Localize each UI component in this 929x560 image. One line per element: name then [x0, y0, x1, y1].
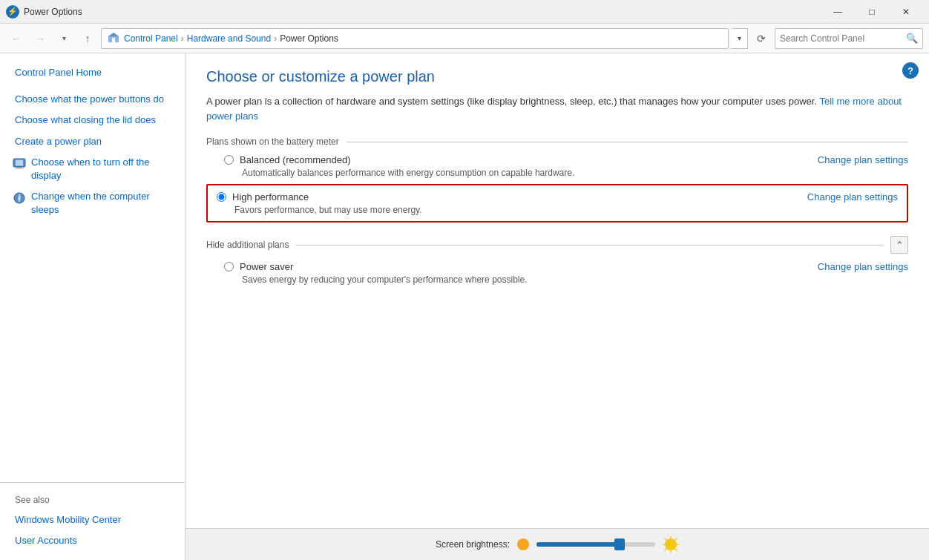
title-bar: ⚡ Power Options — □ ✕: [0, 0, 929, 24]
svg-rect-6: [15, 168, 24, 168]
brightness-bar: Screen brightness:: [186, 529, 929, 560]
power-saver-plan-label[interactable]: Power saver: [224, 261, 293, 272]
brightness-thumb[interactable]: [614, 538, 625, 550]
collapse-button[interactable]: ⌃: [890, 236, 908, 254]
sidebar: Control Panel Home Choose what the power…: [0, 53, 186, 560]
balanced-change-link[interactable]: Change plan settings: [818, 154, 908, 165]
balanced-plan-desc: Automatically balances performance with …: [242, 168, 908, 178]
address-dropdown-btn[interactable]: ▾: [732, 28, 748, 49]
main-container: Control Panel Home Choose what the power…: [0, 53, 929, 560]
balanced-plan-header: Balanced (recommended) Change plan setti…: [224, 154, 908, 165]
sidebar-item-control-panel-home[interactable]: Control Panel Home: [0, 62, 185, 83]
svg-line-15: [665, 549, 667, 551]
sun-small-icon: [517, 538, 529, 550]
content-area: ? Choose or customize a power plan A pow…: [186, 53, 929, 560]
maximize-button[interactable]: □: [855, 0, 889, 24]
sidebar-item-computer-sleeps[interactable]: Change when the computer sleeps: [0, 186, 185, 220]
power-saver-plan-desc: Saves energy by reducing your computer's…: [242, 274, 908, 285]
search-box: 🔍: [775, 28, 923, 49]
back-button[interactable]: ←: [6, 28, 27, 49]
power-saver-plan-header: Power saver Change plan settings: [224, 261, 908, 272]
high-perf-plan-desc: Favors performance, but may use more ene…: [234, 205, 898, 215]
window-controls: — □ ✕: [821, 0, 923, 24]
refresh-icon: ⟳: [757, 33, 766, 45]
power-saver-plan-name: Power saver: [240, 261, 293, 272]
search-icon: 🔍: [906, 33, 918, 44]
high-perf-radio[interactable]: [217, 192, 226, 202]
close-button[interactable]: ✕: [889, 0, 923, 24]
search-button[interactable]: 🔍: [906, 33, 918, 44]
plans-section-line: [347, 142, 908, 142]
svg-marker-1: [108, 33, 119, 36]
svg-line-12: [665, 538, 667, 541]
breadcrumb-hardware-sound[interactable]: Hardware and Sound: [187, 33, 271, 44]
breadcrumb-home-icon: [108, 32, 119, 45]
sidebar-item-user-accounts[interactable]: User Accounts: [0, 530, 185, 551]
forward-button[interactable]: →: [30, 28, 50, 49]
breadcrumb-sep-1: ›: [181, 33, 184, 44]
svg-rect-5: [17, 167, 22, 168]
high-perf-plan-header: High performance Change plan settings: [217, 191, 898, 202]
power-saver-radio[interactable]: [224, 262, 234, 271]
brightness-slider[interactable]: [536, 542, 655, 547]
balanced-plan-label[interactable]: Balanced (recommended): [224, 154, 351, 165]
power-saver-change-link[interactable]: Change plan settings: [818, 261, 908, 272]
dropdown-button[interactable]: ▾: [53, 28, 74, 49]
additional-section-header: Hide additional plans ⌃: [206, 236, 908, 254]
sidebar-item-power-buttons[interactable]: Choose what the power buttons do: [0, 89, 185, 110]
svg-line-14: [675, 538, 677, 541]
additional-section-line: [296, 245, 883, 246]
sidebar-item-windows-mobility[interactable]: Windows Mobility Center: [0, 510, 185, 530]
page-title: Choose or customize a power plan: [206, 68, 908, 85]
power-saver-plan-row: Power saver Change plan settings Saves e…: [224, 261, 908, 285]
up-button[interactable]: ↑: [77, 28, 98, 49]
svg-rect-2: [112, 38, 115, 42]
high-perf-plan-label[interactable]: High performance: [217, 191, 309, 202]
display-icon: [12, 157, 27, 171]
sun-large-icon: [663, 536, 679, 553]
app-icon: ⚡: [6, 5, 19, 19]
high-performance-plan-box: High performance Change plan settings Fa…: [206, 184, 908, 223]
sleep-icon: [12, 191, 27, 205]
svg-rect-4: [16, 159, 23, 165]
sidebar-item-turn-off-display[interactable]: Choose when to turn off the display: [0, 152, 185, 186]
brightness-label: Screen brightness:: [436, 539, 510, 550]
sidebar-item-label: Change when the computer sleeps: [31, 190, 173, 217]
balanced-radio[interactable]: [224, 155, 234, 165]
minimize-button[interactable]: —: [821, 0, 855, 24]
address-bar: ← → ▾ ↑ Control Panel › Hardware and Sou…: [0, 24, 929, 53]
dropdown-icon: ▾: [62, 34, 66, 42]
svg-line-13: [675, 549, 677, 551]
balanced-plan-name: Balanced (recommended): [240, 154, 351, 165]
sidebar-divider: [0, 482, 185, 483]
sidebar-item-create-plan[interactable]: Create a power plan: [0, 131, 185, 152]
balanced-plan-row: Balanced (recommended) Change plan setti…: [224, 154, 908, 178]
window-title: Power Options: [24, 7, 821, 17]
breadcrumb-power-options: Power Options: [280, 33, 338, 44]
see-also-label: See also: [0, 490, 185, 510]
search-input[interactable]: [780, 33, 906, 44]
high-perf-change-link[interactable]: Change plan settings: [807, 191, 898, 202]
additional-section-label: Hide additional plans: [206, 240, 289, 250]
plans-section-header: Plans shown on the battery meter: [206, 136, 908, 147]
brightness-fill: [536, 542, 620, 547]
sidebar-item-label: Choose when to turn off the display: [31, 156, 173, 182]
up-icon: ↑: [85, 33, 91, 45]
page-description: A power plan is a collection of hardware…: [206, 94, 908, 123]
address-path: Control Panel › Hardware and Sound › Pow…: [101, 28, 729, 49]
sidebar-item-closing-lid[interactable]: Choose what closing the lid does: [0, 110, 185, 131]
refresh-button[interactable]: ⟳: [751, 28, 772, 49]
forward-icon: →: [35, 33, 45, 45]
plans-section-label: Plans shown on the battery meter: [206, 136, 339, 147]
breadcrumb-sep-2: ›: [274, 33, 277, 44]
high-perf-plan-name: High performance: [232, 191, 309, 202]
chevron-up-icon: ⌃: [896, 240, 904, 251]
help-button[interactable]: ?: [902, 62, 919, 79]
back-icon: ←: [11, 33, 22, 45]
description-text: A power plan is a collection of hardware…: [206, 96, 817, 107]
breadcrumb-control-panel[interactable]: Control Panel: [124, 33, 178, 44]
